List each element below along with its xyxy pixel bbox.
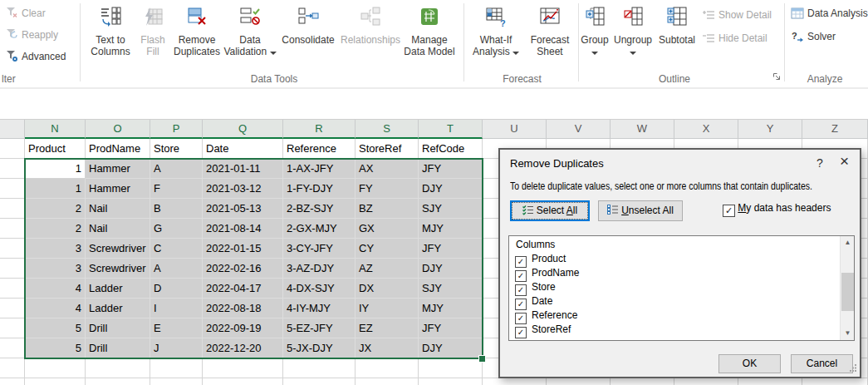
cell[interactable]: G	[150, 219, 203, 239]
cell[interactable]: BZ	[356, 199, 419, 219]
cell[interactable]: 5-JX-DJY	[283, 338, 356, 358]
cell[interactable]: Screwdriver	[86, 239, 150, 259]
cell[interactable]: 2022-09-19	[203, 318, 283, 338]
my-data-has-headers-checkbox[interactable]: ✓ My data has headers	[723, 202, 831, 217]
cell[interactable]: Hammer	[86, 159, 150, 179]
what-if-analysis-button[interactable]: ? What-If Analysis	[468, 2, 523, 82]
subtotal-button[interactable]: Subtotal	[655, 2, 699, 82]
show-detail-button[interactable]: Show Detail	[702, 7, 772, 23]
cell[interactable]: Drill	[86, 338, 150, 358]
cell[interactable]	[25, 358, 86, 378]
ok-button[interactable]: OK	[718, 354, 781, 373]
cell[interactable]: DJY	[419, 179, 483, 199]
column-header-X[interactable]: X	[674, 120, 738, 139]
cell[interactable]: FY	[356, 179, 419, 199]
scroll-down-icon[interactable]: ▼	[841, 327, 855, 340]
cell[interactable]: Screwdriver	[86, 259, 150, 279]
cell[interactable]: J	[150, 338, 203, 358]
unselect-all-button[interactable]: Unselect All	[598, 200, 683, 221]
cell[interactable]: CY	[356, 239, 419, 259]
data-validation-button[interactable]: Data Validation	[223, 2, 277, 82]
cell[interactable]: A	[150, 259, 203, 279]
dialog-help-button[interactable]: ?	[817, 156, 823, 170]
checkbox-checked-icon[interactable]: ✓	[515, 270, 527, 282]
column-header-R[interactable]: R	[283, 120, 356, 139]
gutter-cell[interactable]	[0, 299, 25, 318]
cell[interactable]: 2022-08-18	[203, 299, 283, 318]
cell[interactable]: JX	[356, 338, 419, 358]
column-header-Z[interactable]: Z	[802, 120, 868, 139]
cancel-button[interactable]: Cancel	[791, 354, 853, 373]
resize-grip-icon[interactable]	[850, 363, 857, 374]
scrollbar-thumb[interactable]	[841, 273, 854, 311]
select-all-button[interactable]: Select All	[510, 200, 590, 221]
cell[interactable]: SJY	[419, 279, 483, 299]
gutter-cell[interactable]	[0, 318, 25, 338]
cell[interactable]: GX	[356, 219, 419, 239]
reapply-filter-button[interactable]: Reapply	[5, 27, 58, 43]
cell[interactable]	[419, 358, 483, 378]
cell[interactable]: AZ	[356, 259, 419, 279]
gutter-cell[interactable]	[0, 338, 25, 358]
gutter-cell[interactable]	[0, 179, 25, 199]
cell[interactable]: JFY	[419, 318, 483, 338]
cell[interactable]: AX	[356, 159, 419, 179]
cell[interactable]: 4-DX-SJY	[283, 279, 356, 299]
ungroup-button[interactable]: Ungroup	[611, 2, 655, 82]
cell[interactable]	[203, 378, 283, 385]
cell[interactable]: 4	[25, 279, 86, 299]
cell[interactable]: JFY	[419, 159, 483, 179]
cell[interactable]: E	[150, 318, 203, 338]
cell[interactable]: StoreRef	[356, 139, 419, 159]
cell[interactable]: 2021-03-12	[203, 179, 283, 199]
cell[interactable]: 3	[25, 259, 86, 279]
column-header-S[interactable]: S	[356, 120, 419, 139]
checkbox-checked-icon[interactable]: ✓	[515, 299, 527, 310]
column-header-O[interactable]: O	[86, 120, 150, 139]
column-header-P[interactable]: P	[150, 120, 203, 139]
text-to-columns-button[interactable]: Text to Columns	[86, 2, 135, 82]
cell[interactable]	[25, 378, 86, 385]
checkbox-checked-icon[interactable]: ✓	[515, 284, 527, 296]
cell[interactable]: F	[150, 179, 203, 199]
cell[interactable]: IY	[356, 299, 419, 318]
cell[interactable]: Drill	[86, 318, 150, 338]
cell[interactable]	[150, 358, 203, 378]
gutter-cell[interactable]	[0, 139, 25, 159]
remove-duplicates-button[interactable]: Remove Duplicates	[171, 2, 223, 82]
cell[interactable]: 2-GX-MJY	[283, 219, 356, 239]
listbox-scrollbar[interactable]: ▲ ▼	[840, 236, 854, 340]
cell[interactable]	[150, 378, 203, 385]
column-header-W[interactable]: W	[611, 120, 674, 139]
cell[interactable]: DX	[356, 279, 419, 299]
cell[interactable]: Ladder	[86, 279, 150, 299]
data-analysis-button[interactable]: Data Analysis	[791, 5, 868, 22]
cell[interactable]: 5	[25, 318, 86, 338]
column-option-StoreRef[interactable]: ✓StoreRef	[515, 323, 571, 338]
cell[interactable]: 1-AX-JFY	[283, 159, 356, 179]
cell[interactable]: Nail	[86, 219, 150, 239]
cell[interactable]	[419, 378, 483, 385]
cell[interactable]: EZ	[356, 318, 419, 338]
cell[interactable]: 2021-01-11	[203, 159, 283, 179]
checkbox-checked-icon[interactable]: ✓	[515, 313, 527, 324]
cell[interactable]	[547, 378, 611, 385]
cell[interactable]: 3-CY-JFY	[283, 239, 356, 259]
cell[interactable]	[283, 378, 356, 385]
relationships-button[interactable]: Relationships	[338, 2, 403, 82]
column-option-Date[interactable]: ✓Date	[515, 295, 552, 310]
column-option-Product[interactable]: ✓Product	[515, 253, 566, 268]
cell[interactable]: Store	[150, 139, 203, 159]
manage-data-model-button[interactable]: Manage Data Model	[400, 2, 459, 82]
cell[interactable]: 4-IY-MJY	[283, 299, 356, 318]
cell[interactable]: 2	[25, 219, 86, 239]
cell[interactable]: ProdName	[86, 139, 150, 159]
gutter-cell[interactable]	[0, 219, 25, 239]
forecast-sheet-button[interactable]: Forecast Sheet	[524, 2, 576, 82]
flash-fill-button[interactable]: Flash Fill	[135, 2, 170, 82]
cell[interactable]	[283, 358, 356, 378]
cell[interactable]: 2022-04-17	[203, 279, 283, 299]
outline-dialog-launcher[interactable]	[772, 72, 782, 84]
cell[interactable]: 1-FY-DJY	[283, 179, 356, 199]
column-header-U[interactable]: U	[483, 120, 547, 139]
